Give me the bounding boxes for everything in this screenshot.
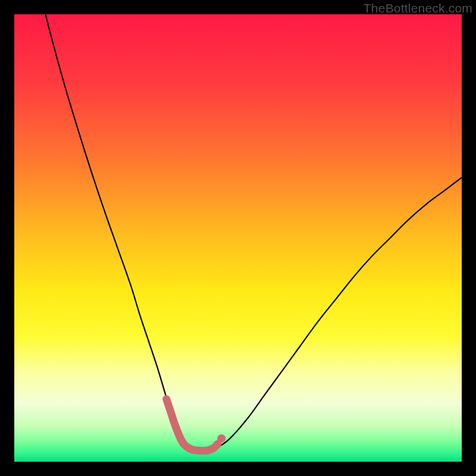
highlight-dot (217, 434, 226, 443)
watermark-text: TheBottleneck.com (364, 1, 472, 15)
gradient-background (14, 14, 462, 462)
outer-frame: TheBottleneck.com (0, 0, 476, 476)
plot-area (14, 14, 462, 462)
chart-svg (14, 14, 462, 462)
